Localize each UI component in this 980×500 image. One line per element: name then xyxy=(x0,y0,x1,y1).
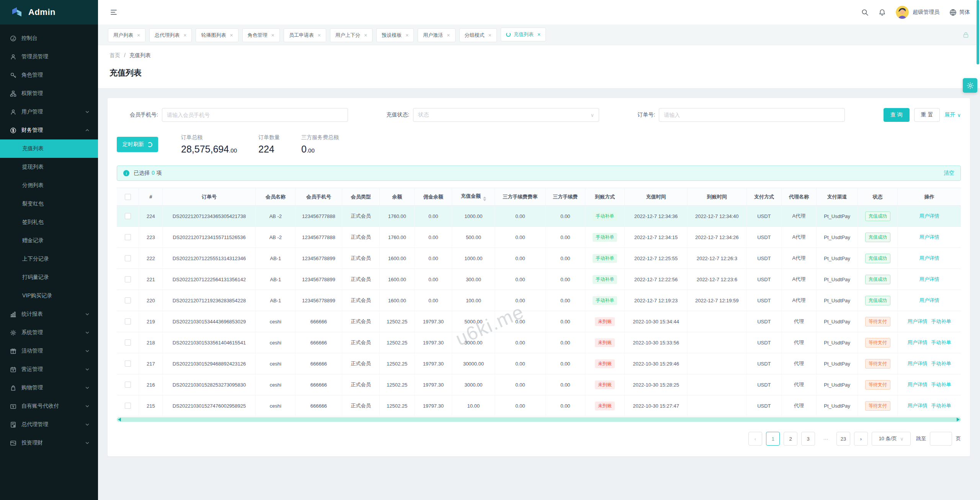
page-button[interactable]: 2 xyxy=(784,432,797,446)
order-input[interactable] xyxy=(659,108,845,122)
page-size-select[interactable]: 10 条/页∨ xyxy=(872,432,911,446)
sidebar-item[interactable]: 角色管理 xyxy=(0,66,98,84)
row-action-link[interactable]: 用户详情 xyxy=(907,382,927,387)
next-page-button[interactable]: › xyxy=(854,432,868,446)
close-icon[interactable]: × xyxy=(447,32,450,38)
row-checkbox[interactable] xyxy=(125,382,131,388)
sidebar-subitem[interactable]: 提现列表 xyxy=(0,158,98,176)
sidebar-item[interactable]: 总代理管理 xyxy=(0,415,98,434)
row-checkbox[interactable] xyxy=(125,339,131,346)
page-button[interactable]: 3 xyxy=(801,432,815,446)
sidebar-item[interactable]: 控制台 xyxy=(0,29,98,48)
sidebar-item[interactable]: 自有账号代收付 xyxy=(0,397,98,415)
row-action-link[interactable]: 用户详情 xyxy=(919,276,939,282)
auto-refresh-button[interactable]: 定时刷新 xyxy=(117,137,158,152)
close-icon[interactable]: × xyxy=(488,32,492,38)
close-icon[interactable]: × xyxy=(137,32,140,38)
row-action-link[interactable]: 用户详情 xyxy=(919,213,939,219)
tab-item[interactable]: 总代理列表× xyxy=(149,28,192,42)
phone-input[interactable] xyxy=(162,108,348,122)
row-action-link[interactable]: 用户详情 xyxy=(907,403,927,408)
close-icon[interactable]: × xyxy=(183,32,186,38)
close-icon[interactable]: × xyxy=(537,31,541,38)
tab-active[interactable]: 充值列表× xyxy=(501,28,546,41)
reset-button[interactable]: 重 置 xyxy=(914,108,940,122)
horizontal-scrollbar[interactable] xyxy=(117,417,961,422)
row-action-link[interactable]: 手动补单 xyxy=(931,318,951,324)
sidebar-subitem[interactable]: 裂变红包 xyxy=(0,195,98,213)
sidebar-subitem[interactable]: 上下分记录 xyxy=(0,250,98,268)
jump-to-input[interactable] xyxy=(930,432,952,446)
row-checkbox[interactable] xyxy=(125,213,131,219)
clear-selection-link[interactable]: 清空 xyxy=(944,170,954,177)
search-icon[interactable] xyxy=(861,9,869,16)
prev-page-button[interactable]: ‹ xyxy=(748,432,762,446)
search-button[interactable]: 查 询 xyxy=(884,108,910,122)
row-action-link[interactable]: 用户详情 xyxy=(907,361,927,366)
sidebar-item[interactable]: 营运管理 xyxy=(0,360,98,379)
sidebar-item[interactable]: 系统管理 xyxy=(0,323,98,342)
select-all-checkbox[interactable] xyxy=(125,194,131,200)
row-checkbox[interactable] xyxy=(125,276,131,282)
sidebar-subitem[interactable]: 赠金记录 xyxy=(0,231,98,250)
expand-toggle[interactable]: 展开 ∨ xyxy=(944,111,961,118)
sort-icon[interactable] xyxy=(483,197,486,201)
vertical-scrollbar[interactable] xyxy=(977,0,979,64)
page-button[interactable]: 23 xyxy=(836,432,850,446)
row-action-link[interactable]: 用户详情 xyxy=(919,297,939,303)
sidebar-item[interactable]: 权限管理 xyxy=(0,84,98,103)
sidebar-item[interactable]: 财务管理 xyxy=(0,121,98,139)
col-header-check[interactable] xyxy=(117,188,139,206)
sidebar-subitem[interactable]: 签到礼包 xyxy=(0,213,98,231)
row-checkbox[interactable] xyxy=(125,234,131,240)
language-switch[interactable]: 简体 xyxy=(949,9,970,16)
row-checkbox[interactable] xyxy=(125,403,131,409)
tab-item[interactable]: 用户上下分× xyxy=(330,28,372,42)
lock-icon[interactable] xyxy=(962,31,969,38)
row-checkbox[interactable] xyxy=(125,318,131,325)
page-button[interactable]: 1 xyxy=(766,432,780,446)
sidebar-item[interactable]: 统计报表 xyxy=(0,305,98,323)
row-action-link[interactable]: 手动补单 xyxy=(931,361,951,366)
sidebar-item[interactable]: 活动管理 xyxy=(0,342,98,360)
sidebar-item[interactable]: 管理员管理 xyxy=(0,48,98,66)
sidebar-item[interactable]: 购物管理 xyxy=(0,379,98,397)
tab-item[interactable]: 员工申请表× xyxy=(284,28,326,42)
close-icon[interactable]: × xyxy=(271,32,274,38)
user-menu[interactable]: 超级管理员 xyxy=(896,6,939,19)
sidebar-item[interactable]: 投资理财 xyxy=(0,434,98,452)
tab-item[interactable]: 用户激活× xyxy=(418,28,455,42)
row-checkbox[interactable] xyxy=(125,361,131,367)
status-select[interactable]: 状态 ∨ xyxy=(413,108,599,122)
row-action-link[interactable]: 用户详情 xyxy=(907,339,927,345)
tab-item[interactable]: 用户列表× xyxy=(108,28,145,42)
sidebar-subitem[interactable]: 充值列表 xyxy=(0,139,98,158)
row-action-link[interactable]: 用户详情 xyxy=(907,318,927,324)
row-checkbox[interactable] xyxy=(125,255,131,261)
tab-item[interactable]: 角色管理× xyxy=(242,28,280,42)
scroll-left-icon[interactable] xyxy=(118,418,121,421)
tab-item[interactable]: 预设模板× xyxy=(376,28,414,42)
row-action-link[interactable]: 用户详情 xyxy=(919,255,939,261)
bell-icon[interactable] xyxy=(879,9,886,16)
close-icon[interactable]: × xyxy=(364,32,367,38)
sidebar-subitem[interactable]: VIP购买记录 xyxy=(0,287,98,305)
sidebar-item[interactable]: 用户管理 xyxy=(0,103,98,121)
tab-item[interactable]: 轮播图列表× xyxy=(196,28,238,42)
sidebar-subitem[interactable]: 分佣列表 xyxy=(0,176,98,195)
sidebar-subitem[interactable]: 打码量记录 xyxy=(0,268,98,287)
row-action-link[interactable]: 手动补单 xyxy=(931,382,951,387)
scroll-right-icon[interactable] xyxy=(957,418,960,421)
close-icon[interactable]: × xyxy=(405,32,408,38)
close-icon[interactable]: × xyxy=(318,32,321,38)
collapse-sidebar-icon[interactable] xyxy=(109,8,118,16)
close-icon[interactable]: × xyxy=(230,32,233,38)
row-checkbox[interactable] xyxy=(125,297,131,303)
settings-drawer-button[interactable] xyxy=(963,78,977,93)
row-action-link[interactable]: 用户详情 xyxy=(919,234,939,240)
row-action-link[interactable]: 手动补单 xyxy=(931,339,951,345)
row-action-link[interactable]: 手动补单 xyxy=(931,403,951,408)
tab-item[interactable]: 分组模式× xyxy=(459,28,497,42)
col-header-amount[interactable]: 充值金额 xyxy=(452,188,495,206)
brand[interactable]: Admin xyxy=(0,0,98,25)
